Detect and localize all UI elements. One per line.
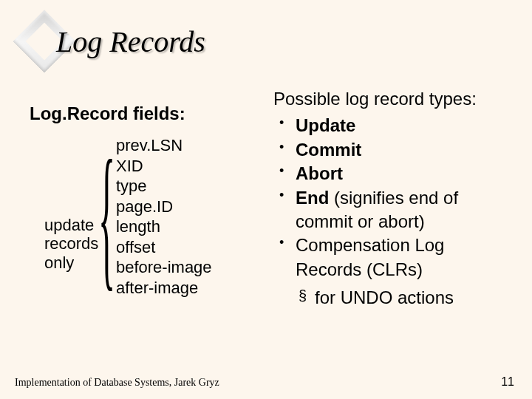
types-list: Update Commit Abort End (signifies end o… — [273, 114, 510, 282]
type-clr: Compensation Log Records (CLRs) — [296, 235, 444, 279]
slide-title: Log Records — [56, 24, 205, 59]
list-item: Update — [273, 114, 510, 137]
list-item: Compensation Log Records (CLRs) — [273, 233, 510, 282]
type-commit: Commit — [296, 140, 361, 160]
brace-icon: { — [98, 153, 115, 281]
type-abort: Abort — [296, 163, 343, 183]
footer-text: Implementation of Database Systems, Jare… — [15, 377, 219, 389]
type-end: End — [296, 188, 329, 208]
annot-line-3: only — [44, 253, 74, 272]
field-item: after-image — [116, 278, 212, 299]
left-column: Log.Record fields: update records only {… — [30, 103, 251, 310]
content-area: Log.Record fields: update records only {… — [30, 103, 510, 310]
title-row: Log Records — [22, 19, 205, 64]
update-records-annotation: update records only — [44, 216, 98, 298]
field-item: before-image — [116, 257, 212, 278]
list-item: End (signifies end of commit or abort) — [273, 186, 510, 234]
field-item: page.ID — [116, 197, 212, 217]
sub-list: for UNDO actions — [273, 286, 510, 310]
fields-wrap: update records only { prev.LSN XID type … — [44, 135, 251, 298]
type-update: Update — [296, 115, 355, 135]
field-item: prev.LSN — [116, 135, 212, 156]
annot-line-1: update — [44, 216, 94, 234]
field-item: offset — [116, 237, 212, 258]
types-heading: Possible log record types: — [273, 87, 510, 111]
fields-heading: Log.Record fields: — [30, 103, 251, 124]
list-item: Abort — [273, 162, 510, 185]
annot-line-2: records — [44, 234, 98, 253]
field-item: XID — [116, 156, 212, 177]
page-number: 11 — [501, 375, 514, 389]
right-column: Possible log record types: Update Commit… — [273, 87, 510, 310]
sub-list-item: for UNDO actions — [299, 286, 510, 310]
field-item: length — [116, 216, 212, 237]
list-item: Commit — [273, 138, 510, 162]
fields-list: prev.LSN XID type page.ID length offset … — [116, 135, 212, 298]
field-item: type — [116, 176, 212, 197]
